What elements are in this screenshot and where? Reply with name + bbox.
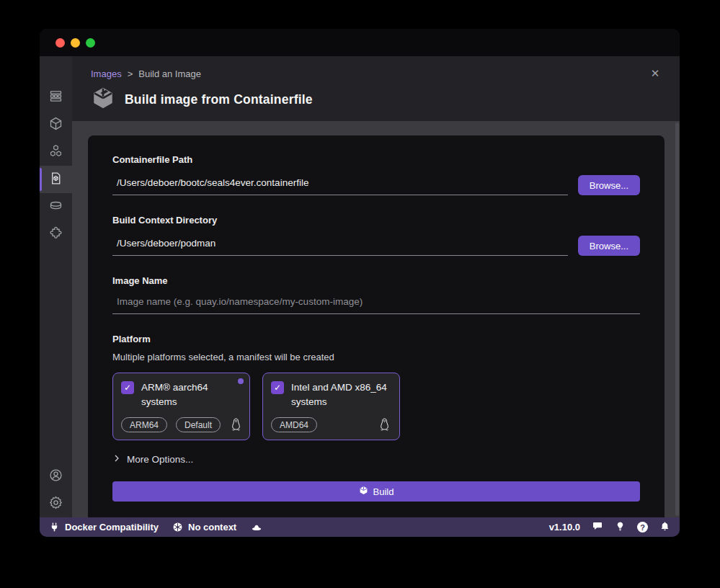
lightbulb-icon[interactable] <box>615 521 626 534</box>
containerfile-path-input[interactable]: /Users/deboer/bootc/seals4ever.container… <box>112 177 568 195</box>
build-context-label: Build Context Directory <box>112 215 640 226</box>
arch-badge: ARM64 <box>121 417 167 432</box>
build-context-browse-button[interactable]: Browse... <box>578 236 640 256</box>
kubernetes-icon <box>172 522 183 533</box>
containerfile-path-label: Containerfile Path <box>112 154 640 165</box>
default-indicator-dot <box>238 378 244 384</box>
sidebar-item-settings[interactable] <box>40 490 72 517</box>
volumes-icon <box>48 198 63 216</box>
close-icon[interactable]: ✕ <box>648 66 662 81</box>
dashboard-icon <box>48 89 63 107</box>
linux-tux-icon <box>229 417 243 432</box>
extensions-icon <box>48 226 63 244</box>
arch-badge: AMD64 <box>271 417 317 432</box>
kubernetes-context-status[interactable]: No context <box>172 522 236 533</box>
amd64-checkbox[interactable]: ✓ <box>271 381 284 394</box>
cube-icon <box>91 86 115 113</box>
sidebar-item-pods[interactable] <box>40 138 72 166</box>
scrollbar[interactable] <box>675 122 679 516</box>
redhat-hat-icon[interactable] <box>250 521 263 534</box>
context-label: No context <box>188 522 236 533</box>
breadcrumb-separator: > <box>128 68 133 79</box>
platform-option-title: ARM® aarch64 systems <box>141 380 208 410</box>
build-context-input[interactable]: /Users/deboer/podman <box>112 238 568 256</box>
close-window-button[interactable] <box>55 38 65 48</box>
more-options-label: More Options... <box>127 454 193 465</box>
platform-option-title: Intel and AMD x86_64 systems <box>291 380 387 410</box>
default-badge: Default <box>176 417 221 432</box>
sidebar-item-account[interactable] <box>40 463 72 490</box>
docker-compatibility-status[interactable]: Docker Compatibility <box>49 522 159 533</box>
cube-icon <box>359 486 368 497</box>
titlebar <box>40 29 680 56</box>
sidebar-item-extensions[interactable] <box>40 220 72 248</box>
content-area: Containerfile Path /Users/deboer/bootc/s… <box>72 121 680 517</box>
sidebar-item-images[interactable] <box>40 166 72 193</box>
bell-icon[interactable] <box>659 521 670 534</box>
arm64-checkbox[interactable]: ✓ <box>121 381 134 394</box>
breadcrumb-current: Build an Image <box>138 68 201 79</box>
help-icon[interactable]: ? <box>637 522 648 533</box>
pods-icon <box>48 143 63 161</box>
gear-icon <box>48 495 63 513</box>
platform-hint: Multiple platforms selected, a manifest … <box>112 352 640 362</box>
image-name-input[interactable]: Image name (e.g. quay.io/namespace/my-cu… <box>112 296 640 314</box>
minimize-window-button[interactable] <box>71 38 80 48</box>
version-label: v1.10.0 <box>549 522 580 533</box>
sidebar-item-dashboard[interactable] <box>40 84 72 111</box>
linux-tux-icon <box>378 417 391 432</box>
page-header: Images > Build an Image Build image from… <box>72 56 680 121</box>
sidebar-item-volumes[interactable] <box>40 193 72 220</box>
feedback-icon[interactable] <box>592 520 603 534</box>
sidebar-item-containers[interactable] <box>40 111 72 138</box>
image-name-label: Image Name <box>112 275 640 286</box>
build-button[interactable]: Build <box>112 481 640 502</box>
chevron-right-icon <box>112 454 121 465</box>
status-bar: Docker Compatibility No context v1.10.0 <box>40 517 680 537</box>
sidebar <box>40 56 72 517</box>
images-icon <box>48 171 63 189</box>
page-title: Build image from Containerfile <box>125 92 313 107</box>
docker-compatibility-label: Docker Compatibility <box>65 522 159 533</box>
platform-label: Platform <box>112 334 640 344</box>
platform-options: ✓ ARM® aarch64 systems ARM64 Default <box>112 373 640 440</box>
build-button-label: Build <box>373 486 394 497</box>
platform-option-arm64[interactable]: ✓ ARM® aarch64 systems ARM64 Default <box>112 373 250 440</box>
app-window: Images > Build an Image Build image from… <box>40 29 680 537</box>
build-form-card: Containerfile Path /Users/deboer/bootc/s… <box>88 135 665 517</box>
breadcrumb: Images > Build an Image <box>91 68 680 79</box>
plug-icon <box>49 522 60 533</box>
breadcrumb-images-link[interactable]: Images <box>91 68 122 79</box>
platform-option-amd64[interactable]: ✓ Intel and AMD x86_64 systems AMD64 <box>262 373 400 440</box>
containerfile-browse-button[interactable]: Browse... <box>578 175 640 195</box>
zoom-window-button[interactable] <box>86 38 95 48</box>
containers-icon <box>48 116 63 134</box>
account-icon <box>48 468 63 486</box>
more-options-toggle[interactable]: More Options... <box>112 454 640 465</box>
